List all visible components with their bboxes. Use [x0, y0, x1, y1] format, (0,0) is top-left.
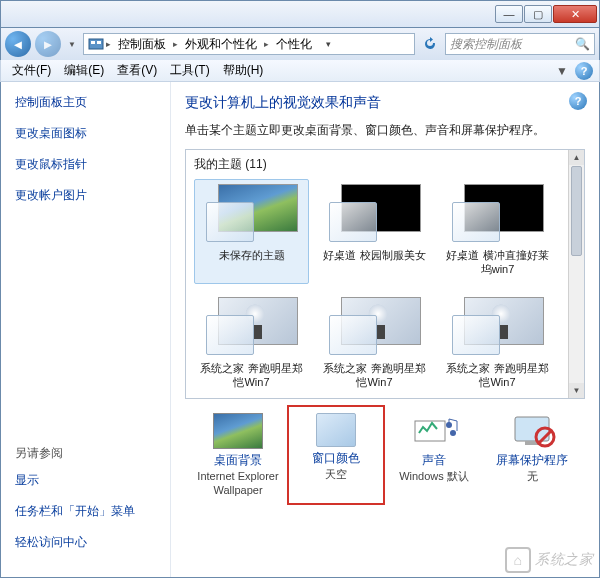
theme-item[interactable]: 系统之家 奔跑明星郑恺Win7 [317, 292, 432, 397]
refresh-button[interactable] [419, 33, 441, 55]
label: 声音 [422, 453, 446, 469]
sidebar-link-taskbar[interactable]: 任务栏和「开始」菜单 [15, 503, 156, 520]
back-button[interactable]: ◄ [5, 31, 31, 57]
value: 无 [527, 469, 538, 483]
theme-label: 未保存的主题 [219, 248, 285, 262]
theme-label: 好桌道 校园制服美女 [323, 248, 425, 262]
theme-item[interactable]: 系统之家 奔跑明星郑恺Win7 [440, 292, 555, 397]
sidebar-home[interactable]: 控制面板主页 [15, 94, 156, 111]
svg-rect-2 [97, 41, 101, 44]
theme-thumbnail [329, 297, 421, 355]
label: 屏幕保护程序 [496, 453, 568, 469]
close-button[interactable]: ✕ [553, 5, 597, 23]
desktop-background-button[interactable]: 桌面背景 Internet Explorer Wallpaper [193, 409, 283, 501]
history-dropdown[interactable]: ▼ [65, 34, 79, 54]
sidebar-see-also-label: 另请参阅 [15, 445, 156, 462]
help-icon[interactable]: ? [569, 92, 587, 110]
breadcrumb-seg-control-panel[interactable]: 控制面板 [113, 36, 171, 53]
sidebar: 控制面板主页 更改桌面图标 更改鼠标指针 更改帐户图片 另请参阅 显示 任务栏和… [1, 82, 171, 577]
svg-rect-1 [91, 41, 95, 44]
sidebar-link-desktop-icons[interactable]: 更改桌面图标 [15, 125, 156, 142]
value: Internet Explorer Wallpaper [195, 469, 281, 498]
wallpaper-icon [213, 413, 263, 449]
theme-thumbnail [452, 184, 544, 242]
theme-thumbnail [329, 184, 421, 242]
page-title: 更改计算机上的视觉效果和声音 [185, 94, 585, 112]
nav-bar: ◄ ► ▼ ▸ 控制面板 ▸ 外观和个性化 ▸ 个性化 ▾ 搜索控制面板 🔍 [0, 28, 600, 60]
sound-icon [409, 413, 459, 449]
scroll-down-icon[interactable]: ▼ [569, 383, 584, 398]
theme-label: 系统之家 奔跑明星郑恺Win7 [320, 361, 429, 390]
control-panel-icon [88, 36, 104, 52]
scroll-up-icon[interactable]: ▲ [569, 150, 584, 165]
label: 窗口颜色 [312, 451, 360, 467]
sidebar-link-ease-of-access[interactable]: 轻松访问中心 [15, 534, 156, 551]
chevron-right-icon: ▸ [106, 39, 111, 49]
menu-view[interactable]: 查看(V) [112, 60, 162, 81]
watermark-icon: ⌂ [505, 547, 531, 573]
chevron-right-icon: ▸ [173, 39, 178, 49]
theme-thumbnail [206, 184, 298, 242]
theme-item[interactable]: 好桌道 校园制服美女 [317, 179, 432, 284]
forward-button[interactable]: ► [35, 31, 61, 57]
label: 桌面背景 [214, 453, 262, 469]
theme-item[interactable]: 系统之家 奔跑明星郑恺Win7 [194, 292, 309, 397]
menu-overflow[interactable]: ▼ [552, 62, 572, 80]
scroll-thumb[interactable] [571, 166, 582, 256]
theme-thumbnail [206, 297, 298, 355]
window-color-icon [316, 413, 356, 447]
help-icon[interactable]: ? [575, 62, 593, 80]
menu-bar: 文件(F) 编辑(E) 查看(V) 工具(T) 帮助(H) ▼ ? [0, 60, 600, 82]
menu-tools[interactable]: 工具(T) [165, 60, 214, 81]
watermark: ⌂ 系统之家 [505, 547, 593, 573]
theme-thumbnail [452, 297, 544, 355]
search-input[interactable]: 搜索控制面板 🔍 [445, 33, 595, 55]
screensaver-icon [507, 413, 557, 449]
search-placeholder: 搜索控制面板 [450, 36, 522, 53]
title-bar: — ▢ ✕ [0, 0, 600, 28]
page-subtitle: 单击某个主题立即更改桌面背景、窗口颜色、声音和屏幕保护程序。 [185, 122, 585, 139]
value: Windows 默认 [399, 469, 469, 483]
menu-help[interactable]: 帮助(H) [218, 60, 269, 81]
theme-item[interactable]: 好桌道 横冲直撞好莱坞win7 [440, 179, 555, 284]
menu-edit[interactable]: 编辑(E) [59, 60, 109, 81]
theme-label: 系统之家 奔跑明星郑恺Win7 [443, 361, 552, 390]
theme-item[interactable]: 未保存的主题 [194, 179, 309, 284]
main-panel: ? 更改计算机上的视觉效果和声音 单击某个主题立即更改桌面背景、窗口颜色、声音和… [171, 82, 599, 577]
breadcrumb[interactable]: ▸ 控制面板 ▸ 外观和个性化 ▸ 个性化 ▾ [83, 33, 415, 55]
scrollbar[interactable]: ▲ ▼ [568, 150, 584, 398]
bottom-bar: 桌面背景 Internet Explorer Wallpaper 窗口颜色 天空… [185, 409, 585, 501]
maximize-button[interactable]: ▢ [524, 5, 552, 23]
value: 天空 [325, 467, 347, 481]
chevron-right-icon: ▸ [264, 39, 269, 49]
menu-file[interactable]: 文件(F) [7, 60, 56, 81]
theme-label: 系统之家 奔跑明星郑恺Win7 [197, 361, 306, 390]
breadcrumb-seg-personalize[interactable]: 个性化 [271, 36, 317, 53]
themes-listbox: 我的主题 (11) 未保存的主题好桌道 校园制服美女好桌道 横冲直撞好莱坞win… [185, 149, 585, 399]
sidebar-link-mouse-pointers[interactable]: 更改鼠标指针 [15, 156, 156, 173]
theme-label: 好桌道 横冲直撞好莱坞win7 [443, 248, 552, 277]
screensaver-button[interactable]: 屏幕保护程序 无 [487, 409, 577, 501]
content-area: 控制面板主页 更改桌面图标 更改鼠标指针 更改帐户图片 另请参阅 显示 任务栏和… [0, 82, 600, 578]
sidebar-link-account-picture[interactable]: 更改帐户图片 [15, 187, 156, 204]
search-icon: 🔍 [575, 37, 590, 51]
minimize-button[interactable]: — [495, 5, 523, 23]
sounds-button[interactable]: 声音 Windows 默认 [389, 409, 479, 501]
themes-group-label: 我的主题 (11) [194, 156, 576, 173]
window-color-button[interactable]: 窗口颜色 天空 [291, 409, 381, 501]
breadcrumb-dropdown[interactable]: ▾ [319, 39, 337, 49]
breadcrumb-seg-appearance[interactable]: 外观和个性化 [180, 36, 262, 53]
svg-point-5 [450, 430, 456, 436]
sidebar-link-display[interactable]: 显示 [15, 472, 156, 489]
